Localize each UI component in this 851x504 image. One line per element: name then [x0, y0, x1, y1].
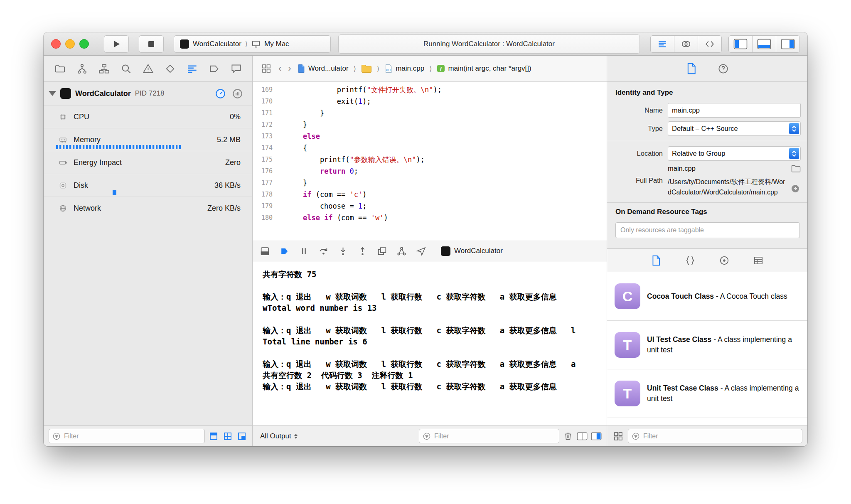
- code-snippet-library-tab[interactable]: [684, 254, 696, 267]
- hide-debug-area-button[interactable]: [259, 246, 270, 256]
- line-number[interactable]: 176: [253, 165, 273, 177]
- zoom-button[interactable]: [79, 39, 89, 49]
- clear-console-button[interactable]: [563, 431, 573, 442]
- file-template-library-tab[interactable]: [650, 254, 662, 267]
- toggle-debug-area-button[interactable]: [753, 36, 776, 52]
- navigator-filter-field[interactable]: [49, 429, 205, 443]
- gauge-view-toggle-2[interactable]: [222, 431, 233, 442]
- media-library-tab[interactable]: [718, 254, 730, 267]
- close-button[interactable]: [51, 39, 61, 49]
- odr-tags-input[interactable]: [620, 226, 796, 234]
- line-number[interactable]: 169: [253, 84, 273, 96]
- library-item[interactable]: CCocoa Touch Class - A Cocoa Touch class: [607, 272, 807, 321]
- process-row[interactable]: WordCalculator PID 7218: [44, 82, 252, 105]
- object-library-tab[interactable]: [752, 254, 765, 267]
- console-filter-field[interactable]: [419, 429, 559, 443]
- gauge-row-cpu[interactable]: CPU 0%: [44, 105, 252, 128]
- output-scope-selector[interactable]: All Output: [258, 432, 298, 440]
- assistant-editor-button[interactable]: [674, 36, 698, 52]
- show-variables-view-button[interactable]: [577, 431, 588, 442]
- code-line[interactable]: 173 else: [253, 130, 607, 142]
- scheme-selector[interactable]: WordCalculator ⟩ My Mac: [174, 35, 331, 53]
- standard-editor-button[interactable]: [651, 36, 674, 52]
- line-number[interactable]: 174: [253, 142, 273, 154]
- line-number[interactable]: 171: [253, 107, 273, 119]
- symbol-navigator-button[interactable]: [98, 62, 110, 75]
- library-item[interactable]: TUnit Test Case Class - A class implemen…: [607, 369, 807, 418]
- code-line[interactable]: 179 choose = 1;: [253, 200, 607, 212]
- minimize-button[interactable]: [65, 39, 75, 49]
- test-navigator-button[interactable]: [164, 62, 176, 75]
- gauge-view-toggle-3[interactable]: [236, 431, 247, 442]
- gauge-row-memory[interactable]: Memory 5.2 MB: [44, 128, 252, 151]
- source-control-navigator-button[interactable]: [76, 62, 88, 75]
- step-out-button[interactable]: [357, 246, 368, 256]
- console-output[interactable]: 共有字符数 75 输入：q 退出 w 获取词数 l 获取行数 c 获取字符数 a…: [253, 262, 607, 425]
- code-line[interactable]: 177 }: [253, 177, 607, 189]
- code-line[interactable]: 170 exit(1);: [253, 96, 607, 107]
- quick-help-tab[interactable]: [717, 62, 729, 75]
- debug-process-label[interactable]: WordCalculator: [441, 246, 503, 256]
- toggle-navigator-button[interactable]: [729, 36, 753, 52]
- code-line[interactable]: 169 printf("文件打开失败。\n");: [253, 84, 607, 96]
- disclosure-triangle-icon[interactable]: [49, 91, 56, 96]
- debug-view-hierarchy-button[interactable]: [376, 246, 387, 256]
- gauge-view-toggle-1[interactable]: [208, 431, 219, 442]
- line-number[interactable]: 172: [253, 119, 273, 130]
- code-line[interactable]: 172 }: [253, 119, 607, 130]
- gauge-row-network[interactable]: Network Zero KB/s: [44, 197, 252, 219]
- line-number[interactable]: 170: [253, 96, 273, 107]
- type-popup[interactable]: Default – C++ Source: [668, 121, 801, 136]
- titlebar[interactable]: WordCalculator ⟩ My Mac Running WordCalc…: [44, 32, 807, 56]
- pause-execution-button[interactable]: [298, 246, 309, 256]
- library-item[interactable]: TUI Test Case Class - A class implementi…: [607, 321, 807, 369]
- library-filter-field[interactable]: [628, 429, 802, 443]
- line-number[interactable]: 175: [253, 154, 273, 165]
- line-number[interactable]: 180: [253, 212, 273, 224]
- console-filter-input[interactable]: [433, 432, 556, 440]
- gauge-row-disk[interactable]: Disk 36 KB/s: [44, 174, 252, 197]
- issue-navigator-button[interactable]: [142, 62, 154, 75]
- line-number[interactable]: 179: [253, 200, 273, 212]
- debug-navigator-button[interactable]: [186, 62, 198, 75]
- show-console-view-button[interactable]: [591, 431, 602, 442]
- code-line[interactable]: 175 printf("参数输入错误。\n");: [253, 154, 607, 165]
- pause-process-icon[interactable]: [232, 88, 243, 99]
- location-popup[interactable]: Relative to Group: [668, 146, 801, 161]
- breadcrumb-file[interactable]: c++ main.cpp: [384, 64, 424, 73]
- stop-button[interactable]: [139, 35, 164, 53]
- line-number[interactable]: 178: [253, 189, 273, 200]
- breadcrumb-project[interactable]: Word...ulator: [297, 64, 349, 73]
- code-line[interactable]: 171 }: [253, 107, 607, 119]
- code-line[interactable]: 178 if (com == 'c'): [253, 189, 607, 200]
- back-button[interactable]: ‹: [278, 64, 282, 73]
- related-items-button[interactable]: [260, 62, 273, 75]
- version-editor-button[interactable]: [698, 36, 721, 52]
- line-number[interactable]: 177: [253, 177, 273, 189]
- source-editor[interactable]: 169 printf("文件打开失败。\n");170 exit(1);171 …: [253, 82, 607, 240]
- line-number[interactable]: 173: [253, 130, 273, 142]
- odr-tags-field[interactable]: [615, 222, 800, 238]
- project-navigator-button[interactable]: [54, 62, 66, 75]
- find-navigator-button[interactable]: [120, 62, 132, 75]
- breadcrumb-symbol[interactable]: f main(int argc, char *argv[]): [437, 64, 531, 73]
- file-inspector-tab[interactable]: [685, 62, 698, 75]
- library-item-partial[interactable]: [607, 418, 807, 425]
- simulate-location-button[interactable]: [416, 246, 426, 256]
- profile-gauge-icon[interactable]: [215, 88, 226, 99]
- library-view-toggle-button[interactable]: [612, 430, 625, 443]
- step-into-button[interactable]: [337, 246, 348, 256]
- memory-graph-button[interactable]: [396, 246, 407, 256]
- gauge-row-energy[interactable]: Energy Impact Zero: [44, 151, 252, 174]
- activate-breakpoints-button[interactable]: [279, 246, 290, 256]
- open-path-button[interactable]: [791, 184, 800, 193]
- breadcrumb-group[interactable]: [361, 64, 372, 73]
- breakpoint-navigator-button[interactable]: [208, 62, 220, 75]
- code-line[interactable]: 180 else if (com == 'w'): [253, 212, 607, 224]
- code-line[interactable]: 174 {: [253, 142, 607, 154]
- toggle-inspector-button[interactable]: [776, 36, 799, 52]
- run-button[interactable]: [104, 35, 129, 53]
- report-navigator-button[interactable]: [230, 62, 242, 75]
- step-over-button[interactable]: [318, 246, 329, 256]
- name-field[interactable]: [668, 103, 801, 118]
